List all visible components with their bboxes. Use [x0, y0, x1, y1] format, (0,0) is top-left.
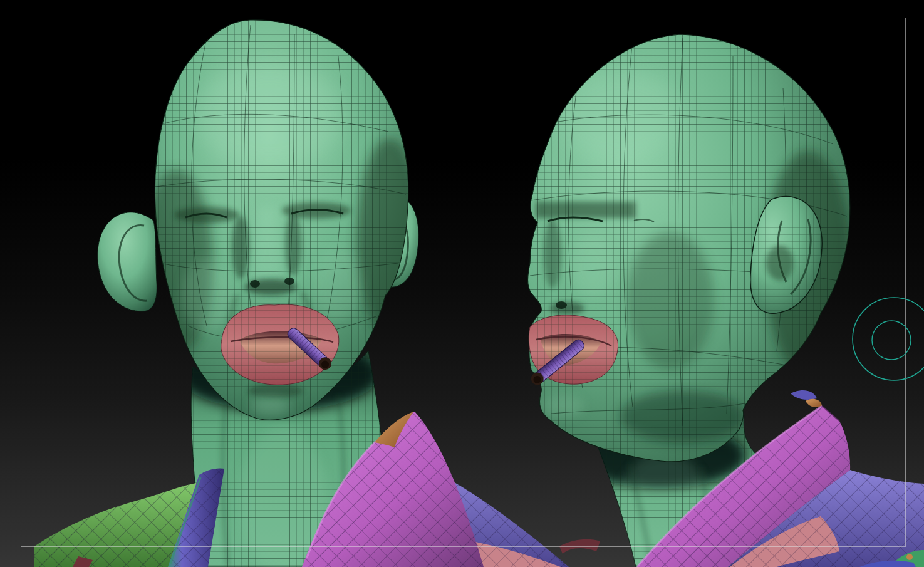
bust-front-view[interactable] [34, 20, 569, 567]
bust-three-quarter-view[interactable] [528, 34, 924, 567]
head-front[interactable] [98, 20, 422, 420]
left-ear [98, 212, 157, 311]
button-orange [906, 554, 913, 560]
collar-lining-orange [806, 399, 822, 407]
far-collar-tip-blue [791, 390, 817, 400]
sculpt-viewport-canvas[interactable] [0, 0, 924, 567]
scene-3d-render [0, 0, 924, 567]
placket-maroon [559, 539, 600, 554]
